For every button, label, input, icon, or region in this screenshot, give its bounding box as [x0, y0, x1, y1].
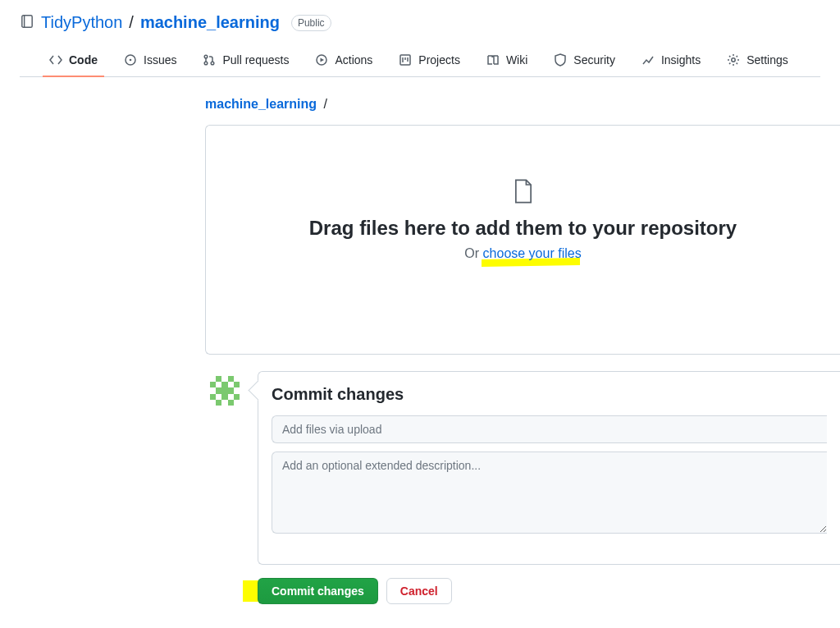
- owner-link[interactable]: TidyPython: [41, 13, 122, 32]
- svg-point-5: [212, 62, 215, 65]
- or-prefix: Or: [464, 246, 482, 260]
- tab-pulls[interactable]: Pull requests: [193, 47, 299, 76]
- tab-security[interactable]: Security: [544, 47, 625, 76]
- breadcrumb-separator: /: [129, 13, 134, 32]
- tab-label: Actions: [335, 53, 372, 66]
- repo-name-link[interactable]: machine_learning: [140, 13, 280, 32]
- cancel-button[interactable]: Cancel: [386, 578, 452, 604]
- path-separator: /: [321, 97, 331, 111]
- repo-icon: [20, 14, 34, 31]
- tab-projects[interactable]: Projects: [389, 47, 470, 76]
- tab-label: Projects: [418, 53, 460, 66]
- svg-point-8: [732, 58, 735, 62]
- path-repo-link[interactable]: machine_learning: [205, 97, 317, 111]
- dropzone-heading: Drag files here to add them to your repo…: [232, 217, 814, 240]
- commit-button[interactable]: Commit changes: [258, 578, 378, 604]
- file-icon: [232, 178, 814, 207]
- tab-settings[interactable]: Settings: [717, 47, 798, 76]
- avatar: [205, 371, 244, 410]
- tab-label: Issues: [144, 53, 176, 66]
- repo-header: TidyPython / machine_learning Public Cod…: [0, 0, 840, 77]
- repo-title-row: TidyPython / machine_learning Public: [20, 13, 820, 32]
- commit-actions: Commit changes Cancel: [258, 578, 840, 604]
- tab-code[interactable]: Code: [39, 47, 107, 76]
- tab-wiki[interactable]: Wiki: [477, 47, 537, 76]
- tab-label: Code: [69, 53, 98, 66]
- choose-files-link[interactable]: choose your files: [483, 246, 582, 260]
- file-path: machine_learning /: [205, 97, 840, 112]
- main-content: machine_learning / Drag files here to ad…: [0, 77, 840, 628]
- svg-rect-0: [22, 16, 32, 28]
- tab-issues[interactable]: Issues: [114, 47, 186, 76]
- visibility-badge: Public: [291, 15, 331, 31]
- upload-dropzone[interactable]: Drag files here to add them to your repo…: [205, 125, 840, 355]
- dropzone-subtext: Or choose your files: [232, 246, 814, 261]
- commit-panel: Commit changes: [258, 371, 840, 565]
- tab-label: Pull requests: [222, 53, 289, 66]
- tab-label: Insights: [661, 53, 701, 66]
- tab-insights[interactable]: Insights: [632, 47, 710, 76]
- svg-point-4: [205, 62, 208, 65]
- commit-heading: Commit changes: [272, 385, 827, 404]
- svg-point-2: [130, 59, 132, 62]
- tab-actions[interactable]: Actions: [305, 47, 382, 76]
- repo-tabs: Code Issues Pull requests Actions Projec…: [20, 47, 820, 77]
- tab-label: Security: [573, 53, 615, 66]
- commit-summary-input[interactable]: [272, 415, 827, 443]
- tab-label: Settings: [746, 53, 788, 66]
- commit-description-input[interactable]: [272, 452, 827, 534]
- commit-section: Commit changes: [205, 371, 840, 565]
- tab-label: Wiki: [506, 53, 527, 66]
- svg-point-3: [205, 55, 208, 58]
